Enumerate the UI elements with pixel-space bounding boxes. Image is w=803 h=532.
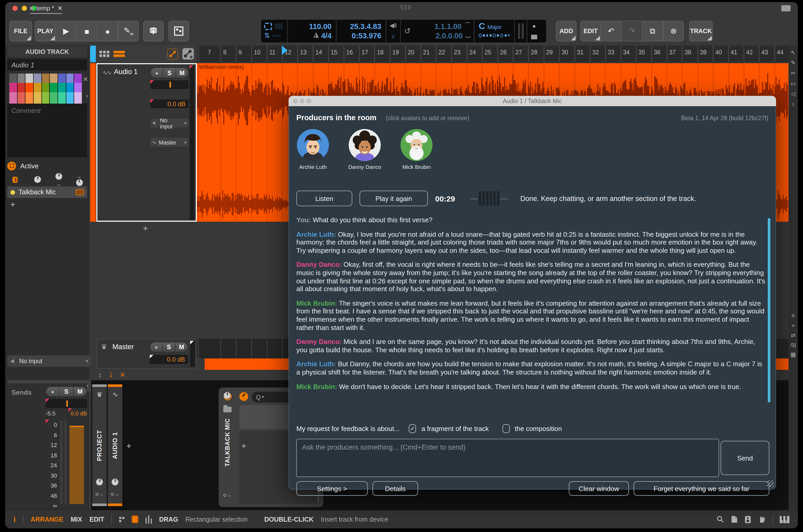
folder-icon[interactable]	[223, 407, 232, 412]
chat-transcript[interactable]: You: What do you think about this first …	[296, 216, 766, 409]
dialog-window-controls[interactable]	[293, 99, 311, 103]
metronome-mini-icon[interactable]: ◮	[314, 31, 318, 40]
gain-row[interactable]: -5.5 0.0 dB	[45, 410, 87, 417]
mixer-strip-project[interactable]: ♛ PROJECT o→	[92, 384, 107, 506]
mute-tool-icon[interactable]: ◁	[788, 91, 798, 97]
add-strip-button[interactable]: +	[127, 441, 131, 451]
list-view-icon[interactable]	[113, 50, 125, 59]
engine-segment[interactable]: ⇅	[261, 20, 288, 42]
track-header-audio1[interactable]: ∿∿ Audio 1 ●SM 0.0 dB No input▾ ∿ Master…	[96, 63, 197, 222]
avatar-danny[interactable]	[349, 129, 381, 161]
composition-checkbox[interactable]	[502, 424, 510, 433]
record-mode-segment[interactable]: ●	[528, 20, 541, 42]
routing-icon[interactable]: o→	[95, 491, 103, 497]
fragment-checkbox[interactable]: ✓	[409, 424, 416, 433]
play-menu-button[interactable]: PLAY	[35, 21, 56, 41]
automation-write-button[interactable]: ✎w	[118, 21, 139, 41]
position-segment[interactable]: 25.3.4.83 0:53.976	[337, 20, 386, 42]
comment-field[interactable]: Comment	[7, 103, 87, 157]
clear-color-icon[interactable]: ✕	[83, 76, 88, 83]
audio-scrub-icon[interactable]	[479, 191, 500, 206]
close-window-button[interactable]	[13, 6, 18, 11]
tab-close-icon[interactable]: ✕	[57, 5, 62, 12]
composition-label[interactable]: the composition	[515, 425, 562, 433]
producer-danny[interactable]: Danny Danco	[348, 129, 381, 170]
add-track-button[interactable]: +	[143, 224, 148, 233]
dialog-titlebar[interactable]: Audio 1 / Talkback Mic	[289, 96, 776, 106]
key-segment[interactable]: C Major ▾	[475, 20, 515, 42]
keyboard-icon[interactable]	[781, 5, 790, 12]
expand-icon[interactable]: »	[788, 322, 798, 328]
arm-button[interactable]: ●	[151, 68, 164, 78]
follow-playhead-icon[interactable]: ⑂	[391, 33, 395, 40]
minimize-window-button[interactable]	[22, 6, 27, 11]
pointer-tool-icon[interactable]: ↖	[788, 49, 798, 56]
play-again-button[interactable]: Play it again	[360, 191, 428, 206]
solo-button[interactable]: S	[164, 68, 176, 78]
pan-slider[interactable]	[150, 80, 189, 89]
receive-knob-icon[interactable]: →	[76, 173, 85, 187]
arm-button[interactable]: ●	[46, 387, 60, 396]
track-button[interactable]: TRACK	[689, 21, 713, 41]
mixer-icon[interactable]	[146, 515, 152, 524]
details-button[interactable]: Details	[372, 481, 418, 496]
time-sig-value[interactable]: 4/4	[321, 31, 331, 40]
loop-segment[interactable]: ↺ 1.1.1.00⌒ 2.0.0.00‿	[401, 20, 475, 42]
grid-view-icon[interactable]	[99, 51, 109, 57]
metronome-add-button[interactable]	[143, 21, 164, 41]
solo-button[interactable]: S	[163, 342, 176, 352]
strip-knob[interactable]	[96, 479, 103, 486]
pencil-tool-icon[interactable]: ✎	[788, 60, 798, 66]
grid-toggle-icon[interactable]: ▦	[788, 351, 798, 358]
track-header-master[interactable]: ♛ Master ●SM 0.0 dB	[96, 339, 197, 369]
clear-window-button[interactable]: Clear window	[569, 481, 629, 496]
lane-enabled-icon[interactable]	[76, 189, 84, 195]
follow-icon[interactable]: ⤵	[109, 371, 112, 379]
edit-menu-button[interactable]: EDIT	[580, 21, 601, 41]
add-button[interactable]: ADD	[556, 21, 577, 41]
master-sm-group[interactable]: ●SM	[150, 342, 188, 352]
avatar-mick[interactable]	[400, 129, 433, 161]
search-icon[interactable]	[716, 515, 724, 523]
mute-button[interactable]: M	[176, 68, 188, 78]
forget-button[interactable]: Forget everything we said so far	[634, 481, 769, 496]
follow-segment[interactable]: ◀‖ ⑂	[386, 20, 401, 42]
strip-knob[interactable]	[112, 479, 118, 486]
tempo-value[interactable]: 110.00	[292, 22, 331, 31]
lane-toggle-icon[interactable]	[13, 177, 18, 183]
pan-knob-icon[interactable]	[35, 176, 41, 184]
resize-grip[interactable]	[767, 480, 774, 488]
fragment-label[interactable]: a fragment of the track	[421, 425, 489, 433]
track-name[interactable]: Audio 1	[114, 68, 138, 76]
delete-button[interactable]: ⊗	[663, 21, 684, 41]
more-colors-icon[interactable]: ›	[86, 92, 88, 99]
add-device-button[interactable]: +	[242, 441, 246, 451]
active-toggle[interactable]: Active	[7, 159, 87, 172]
automation-show-icon[interactable]	[167, 49, 178, 59]
return-to-start-icon[interactable]: ◀‖	[389, 22, 397, 29]
producer-mick[interactable]: Mick Brubin	[400, 129, 433, 170]
avatar-archie[interactable]	[297, 129, 329, 161]
device-knob[interactable]	[224, 392, 231, 399]
producer-archie[interactable]: Archie Luth	[296, 129, 329, 170]
duplicate-button[interactable]: ⧉	[643, 21, 663, 41]
track-input-select[interactable]: No input▾	[150, 119, 189, 128]
routing-icon[interactable]: o→	[111, 491, 119, 497]
chat-input[interactable]: Ask the producers something... (Cmd+Ente…	[296, 439, 719, 477]
zoom-tool-icon[interactable]: ≀	[788, 101, 798, 108]
hand-icon[interactable]	[758, 515, 766, 523]
tempo-segment[interactable]: 110.00 ◮4/4	[288, 20, 337, 42]
project-tab[interactable]: temp * ✕	[30, 5, 63, 12]
listen-button[interactable]: Listen	[296, 191, 352, 206]
eraser-tool-icon[interactable]: ▭	[788, 80, 798, 87]
track-sm-group[interactable]: ●SM	[45, 386, 87, 397]
arm-button[interactable]: ●	[150, 342, 163, 352]
info-icon[interactable]: i	[14, 515, 16, 524]
send-button[interactable]: Send	[721, 441, 769, 475]
file-button[interactable]: FILE	[9, 21, 32, 41]
chat-scrollbar[interactable]	[768, 218, 770, 402]
snap-icon[interactable]	[119, 517, 125, 522]
piano-icon[interactable]	[780, 516, 789, 523]
input-select[interactable]: No input▾	[7, 355, 91, 367]
stop-button[interactable]: ■	[77, 21, 97, 41]
